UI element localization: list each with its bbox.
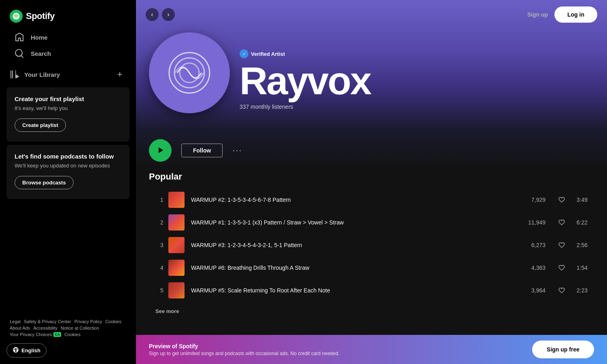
track-info: WARMUP #6: Breathing Drills Through A St… bbox=[191, 265, 531, 271]
play-icon bbox=[155, 145, 165, 156]
footer-link-privacy[interactable]: Privacy Policy bbox=[74, 319, 102, 324]
track-like-button[interactable] bbox=[555, 261, 568, 274]
more-options-button[interactable]: ··· bbox=[232, 145, 242, 156]
track-number: 4 bbox=[155, 265, 168, 271]
track-play-count: 6,273 bbox=[531, 242, 545, 248]
banner-text: Preview of Spotify Sign up to get unlimi… bbox=[149, 343, 340, 356]
track-thumbnail bbox=[168, 214, 185, 231]
table-row[interactable]: 5 WARMUP #5: Scale Returning To Root Aft… bbox=[149, 279, 594, 302]
follow-button[interactable]: Follow bbox=[181, 144, 223, 157]
track-info: WARMUP #5: Scale Returning To Root After… bbox=[191, 287, 531, 294]
track-like-button[interactable] bbox=[555, 193, 568, 206]
track-number: 3 bbox=[155, 242, 168, 248]
track-duration: 3:49 bbox=[571, 197, 588, 203]
see-more-button[interactable]: See more bbox=[149, 305, 186, 317]
track-play-count: 3,964 bbox=[531, 287, 545, 294]
footer-links: Legal Safety & Privacy Center Privacy Po… bbox=[0, 313, 136, 340]
top-bar: ‹ › Sign up Log in bbox=[136, 0, 607, 29]
sidebar-item-search[interactable]: Search bbox=[10, 45, 131, 61]
create-playlist-button[interactable]: Create playlist bbox=[15, 119, 66, 132]
footer-link-legal[interactable]: Legal bbox=[10, 319, 21, 324]
add-library-button[interactable]: + bbox=[113, 68, 126, 81]
banner-title: Preview of Spotify bbox=[149, 343, 340, 349]
hero-content: ✓ Verified Artist Rayvox 337 monthly lis… bbox=[149, 32, 594, 113]
sidebar-item-home[interactable]: Home bbox=[10, 29, 131, 45]
track-name: WARMUP #3: 1-2-3-4-5-4-3-2-1, 5-1 Patter… bbox=[191, 242, 531, 248]
search-label: Search bbox=[31, 50, 51, 57]
globe-icon bbox=[13, 347, 19, 354]
playlist-card-title: Create your first playlist bbox=[15, 95, 121, 102]
chevron-left-icon: ‹ bbox=[151, 11, 153, 18]
table-row[interactable]: 1 WARMUP #2: 1-3-5-3-4-5-6-7-8 Pattern 7… bbox=[149, 188, 594, 211]
verified-check-icon: ✓ bbox=[240, 49, 248, 58]
library-section: Your Library + Create your first playlis… bbox=[0, 65, 136, 313]
footer-link-safety[interactable]: Safety & Privacy Center bbox=[24, 319, 71, 324]
track-thumbnail bbox=[168, 192, 185, 208]
track-like-button[interactable] bbox=[555, 216, 568, 229]
track-number: 5 bbox=[155, 287, 168, 294]
library-label: Your Library bbox=[24, 71, 60, 78]
track-name: WARMUP #2: 1-3-5-3-4-5-6-7-8 Pattern bbox=[191, 197, 531, 203]
popular-section-title: Popular bbox=[149, 171, 594, 182]
podcast-card: Let's find some podcasts to follow We'll… bbox=[6, 145, 129, 199]
back-button[interactable]: ‹ bbox=[146, 8, 159, 21]
track-thumbnail bbox=[168, 237, 185, 253]
spotify-name-label: Spotify bbox=[26, 11, 55, 21]
signup-link-button[interactable]: Sign up bbox=[527, 11, 548, 18]
track-duration: 6:22 bbox=[571, 219, 588, 226]
chevron-right-icon: › bbox=[167, 11, 169, 18]
track-play-count: 11,949 bbox=[528, 219, 545, 226]
spotify-logo: Spotify bbox=[10, 10, 55, 23]
track-thumbnail bbox=[168, 260, 185, 276]
track-info: WARMUP #3: 1-2-3-4-5-4-3-2-1, 5-1 Patter… bbox=[191, 242, 531, 248]
library-header[interactable]: Your Library + bbox=[5, 65, 131, 84]
home-icon bbox=[15, 32, 24, 42]
auth-buttons: Sign up Log in bbox=[527, 6, 597, 23]
footer-link-accessibility[interactable]: Accessibility bbox=[33, 326, 57, 330]
track-like-button[interactable] bbox=[555, 284, 568, 297]
sidebar: Spotify Home bbox=[0, 0, 136, 364]
browse-podcasts-button[interactable]: Browse podcasts bbox=[15, 176, 74, 189]
track-play-count: 7,929 bbox=[531, 197, 545, 203]
track-number: 2 bbox=[155, 219, 168, 226]
monthly-listeners: 337 monthly listeners bbox=[240, 104, 594, 110]
playlist-card-desc: It's easy, we'll help you bbox=[15, 105, 121, 112]
track-duration: 2:56 bbox=[571, 242, 588, 248]
search-icon bbox=[15, 49, 24, 58]
track-duration: 2:23 bbox=[571, 287, 588, 294]
track-like-button[interactable] bbox=[555, 239, 568, 252]
footer-link-your-privacy[interactable]: Your Privacy Choices CA bbox=[10, 332, 61, 337]
language-button[interactable]: English bbox=[6, 343, 47, 358]
track-info: WARMUP #1: 1-3-5-3-1 (x3) Pattern / Stra… bbox=[191, 219, 528, 226]
table-row[interactable]: 3 WARMUP #3: 1-2-3-4-5-4-3-2-1, 5-1 Patt… bbox=[149, 234, 594, 256]
track-info: WARMUP #2: 1-3-5-3-4-5-6-7-8 Pattern bbox=[191, 197, 531, 203]
podcast-card-title: Let's find some podcasts to follow bbox=[15, 153, 121, 160]
track-thumbnail bbox=[168, 282, 185, 298]
library-icon bbox=[10, 70, 19, 79]
bottom-banner: Preview of Spotify Sign up to get unlimi… bbox=[136, 335, 607, 364]
footer-link-cookies[interactable]: Cookies bbox=[105, 319, 121, 324]
privacy-badge: CA bbox=[53, 332, 61, 337]
forward-button[interactable]: › bbox=[162, 8, 175, 21]
footer-link-cookies2[interactable]: Cookies bbox=[64, 332, 81, 337]
play-button[interactable] bbox=[149, 139, 172, 162]
artist-info: ✓ Verified Artist Rayvox 337 monthly lis… bbox=[240, 49, 594, 113]
table-row[interactable]: 4 WARMUP #6: Breathing Drills Through A … bbox=[149, 256, 594, 279]
artist-avatar bbox=[149, 32, 230, 113]
language-label: English bbox=[21, 347, 40, 353]
footer-link-ads[interactable]: About Ads bbox=[10, 326, 30, 330]
popular-section: Popular 1 WARMUP #2: 1-3-5-3-4-5-6-7-8 P… bbox=[136, 171, 607, 330]
footer-link-notice[interactable]: Notice at Collection bbox=[61, 326, 99, 330]
banner-signup-button[interactable]: Sign up free bbox=[532, 341, 594, 358]
track-name: WARMUP #6: Breathing Drills Through A St… bbox=[191, 265, 531, 271]
library-header-left: Your Library bbox=[10, 70, 60, 79]
artist-name: Rayvox bbox=[240, 61, 594, 100]
login-button[interactable]: Log in bbox=[554, 6, 597, 23]
nav-arrows: ‹ › bbox=[146, 8, 175, 21]
table-row[interactable]: 2 WARMUP #1: 1-3-5-3-1 (x3) Pattern / St… bbox=[149, 211, 594, 234]
track-name: WARMUP #1: 1-3-5-3-1 (x3) Pattern / Stra… bbox=[191, 219, 528, 226]
main-content: ‹ › Sign up Log in bbox=[136, 0, 607, 335]
track-play-count: 4,363 bbox=[531, 265, 545, 271]
main-nav: Home Search bbox=[10, 29, 131, 61]
action-bar: Follow ··· bbox=[136, 129, 607, 171]
